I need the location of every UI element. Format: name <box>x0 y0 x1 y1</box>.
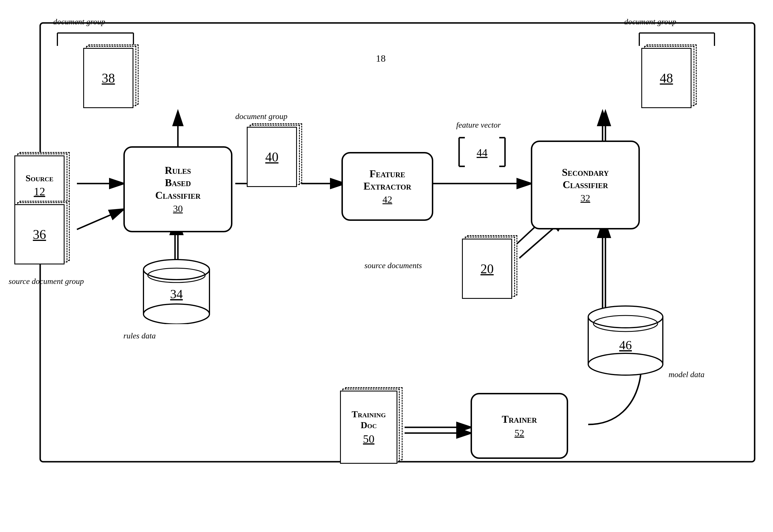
cylinder-46: 46 <box>585 304 666 379</box>
svg-text:34: 34 <box>170 287 183 301</box>
box-rules-classifier: RulesBasedClassifier 30 <box>123 146 232 232</box>
doc-stack-36: 36 <box>14 201 72 267</box>
label-feature-vector: feature vector <box>456 120 501 130</box>
secondary-classifier-title: SecondaryClassifier <box>562 166 609 191</box>
label-18: 18 <box>376 53 385 64</box>
doc-training-50: TrainingDoc 50 <box>340 387 406 465</box>
svg-line-9 <box>77 209 123 229</box>
svg-point-27 <box>143 260 209 280</box>
svg-text:46: 46 <box>619 338 632 352</box>
label-source-documents: source documents <box>364 261 422 270</box>
diagram: document group document group 18 38 48 S… <box>0 0 773 532</box>
source-12-title: Source <box>26 173 53 184</box>
secondary-classifier-number: 32 <box>581 193 590 204</box>
label-model-data: model data <box>669 370 704 379</box>
training-doc-number: 50 <box>363 432 374 446</box>
doc-48-number: 48 <box>660 71 673 86</box>
trainer-number: 52 <box>515 428 524 439</box>
training-doc-title: TrainingDoc <box>351 409 385 431</box>
rules-classifier-number: 30 <box>173 203 183 214</box>
doc-36-number: 36 <box>33 227 46 242</box>
doc-stack-20: 20 <box>462 235 519 301</box>
rules-classifier-title: RulesBasedClassifier <box>155 164 200 202</box>
source-12-number: 12 <box>34 185 45 198</box>
doc-20-number: 20 <box>481 261 494 276</box>
feature-extractor-number: 42 <box>382 194 392 205</box>
label-rules-data: rules data <box>123 331 156 340</box>
box-trainer: Trainer 52 <box>471 393 568 459</box>
box-secondary-classifier: SecondaryClassifier 32 <box>531 141 640 229</box>
feature-vector-bracket: 44 <box>456 135 508 169</box>
svg-point-28 <box>143 304 209 324</box>
doc-stack-38: 38 <box>83 44 141 110</box>
svg-text:44: 44 <box>477 147 488 159</box>
doc-40-number: 40 <box>265 149 278 165</box>
doc-stack-48: 48 <box>641 44 699 110</box>
label-doc-group-middle: document group <box>235 112 287 121</box>
label-source-doc-group: source document group <box>9 277 84 286</box>
svg-point-39 <box>588 306 663 328</box>
doc-stack-40: 40 <box>247 123 304 189</box>
trainer-title: Trainer <box>502 413 537 426</box>
box-feature-extractor: FeatureExtractor 42 <box>341 152 433 221</box>
doc-38-number: 38 <box>102 71 115 86</box>
label-doc-group-top-right: document group <box>624 17 676 26</box>
feature-extractor-title: FeatureExtractor <box>363 168 412 192</box>
label-doc-group-top-left: document group <box>53 17 105 26</box>
cylinder-34: 34 <box>141 258 212 324</box>
svg-point-40 <box>588 353 663 375</box>
